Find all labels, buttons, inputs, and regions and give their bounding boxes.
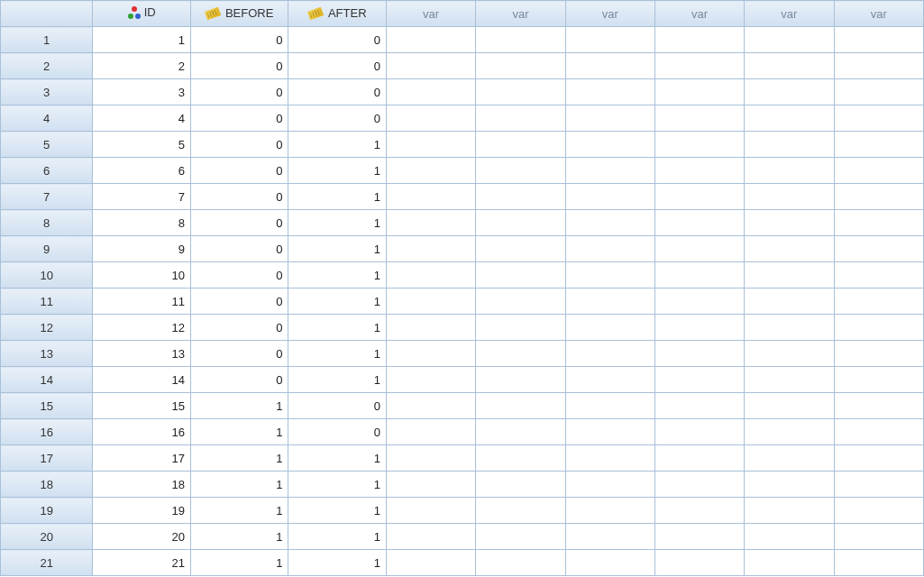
data-cell-empty[interactable] bbox=[654, 132, 744, 158]
data-cell-empty[interactable] bbox=[386, 132, 475, 158]
data-cell[interactable]: 1 bbox=[288, 367, 387, 393]
data-cell[interactable]: 11 bbox=[93, 288, 191, 315]
data-cell[interactable]: 0 bbox=[288, 105, 387, 132]
data-cell-empty[interactable] bbox=[565, 210, 654, 236]
column-header-before[interactable]: BEFORE bbox=[190, 1, 288, 27]
data-cell[interactable]: 17 bbox=[93, 445, 191, 472]
data-cell-empty[interactable] bbox=[745, 393, 834, 419]
column-header-id[interactable]: ID bbox=[93, 1, 191, 27]
data-cell-empty[interactable] bbox=[834, 27, 923, 53]
data-cell[interactable]: 1 bbox=[288, 262, 387, 288]
row-number-cell[interactable]: 18 bbox=[1, 472, 93, 498]
data-cell-empty[interactable] bbox=[834, 419, 923, 445]
row-number-cell[interactable]: 19 bbox=[1, 498, 93, 524]
row-number-cell[interactable]: 21 bbox=[1, 550, 93, 576]
data-cell-empty[interactable] bbox=[834, 262, 923, 288]
data-cell-empty[interactable] bbox=[476, 315, 565, 341]
corner-cell[interactable] bbox=[1, 1, 93, 27]
data-cell-empty[interactable] bbox=[386, 53, 475, 79]
data-cell[interactable]: 1 bbox=[288, 315, 387, 341]
data-cell[interactable]: 1 bbox=[190, 524, 288, 550]
data-cell-empty[interactable] bbox=[745, 79, 834, 105]
data-cell-empty[interactable] bbox=[834, 158, 923, 184]
data-cell-empty[interactable] bbox=[386, 419, 475, 445]
data-cell-empty[interactable] bbox=[386, 524, 475, 550]
row-number-cell[interactable]: 5 bbox=[1, 132, 93, 158]
column-header-empty[interactable]: var bbox=[834, 1, 923, 27]
data-cell-empty[interactable] bbox=[476, 53, 565, 79]
data-cell[interactable]: 1 bbox=[288, 550, 387, 576]
row-number-cell[interactable]: 10 bbox=[1, 262, 93, 288]
data-cell-empty[interactable] bbox=[386, 550, 475, 576]
data-cell-empty[interactable] bbox=[476, 288, 565, 315]
row-number-cell[interactable]: 4 bbox=[1, 105, 93, 132]
data-cell[interactable]: 1 bbox=[288, 288, 387, 315]
data-cell-empty[interactable] bbox=[565, 550, 654, 576]
data-cell[interactable]: 1 bbox=[288, 341, 387, 367]
data-cell-empty[interactable] bbox=[654, 419, 744, 445]
data-cell[interactable]: 14 bbox=[93, 367, 191, 393]
column-header-after[interactable]: AFTER bbox=[288, 1, 387, 27]
data-cell-empty[interactable] bbox=[386, 472, 475, 498]
data-cell-empty[interactable] bbox=[565, 393, 654, 419]
data-cell-empty[interactable] bbox=[565, 262, 654, 288]
data-cell[interactable]: 1 bbox=[288, 524, 387, 550]
data-cell[interactable]: 16 bbox=[93, 419, 191, 445]
data-cell[interactable]: 21 bbox=[93, 550, 191, 576]
data-cell-empty[interactable] bbox=[476, 27, 565, 53]
row-number-cell[interactable]: 17 bbox=[1, 445, 93, 472]
data-cell-empty[interactable] bbox=[476, 524, 565, 550]
row-number-cell[interactable]: 9 bbox=[1, 236, 93, 262]
data-cell-empty[interactable] bbox=[834, 367, 923, 393]
data-cell-empty[interactable] bbox=[654, 262, 744, 288]
data-cell-empty[interactable] bbox=[476, 105, 565, 132]
row-number-cell[interactable]: 12 bbox=[1, 315, 93, 341]
data-cell[interactable]: 0 bbox=[190, 236, 288, 262]
data-cell-empty[interactable] bbox=[386, 393, 475, 419]
data-cell-empty[interactable] bbox=[654, 367, 744, 393]
data-cell-empty[interactable] bbox=[834, 132, 923, 158]
data-cell-empty[interactable] bbox=[476, 262, 565, 288]
data-cell-empty[interactable] bbox=[745, 132, 834, 158]
column-header-empty[interactable]: var bbox=[565, 1, 654, 27]
data-cell-empty[interactable] bbox=[745, 524, 834, 550]
data-cell-empty[interactable] bbox=[654, 445, 744, 472]
data-cell-empty[interactable] bbox=[386, 341, 475, 367]
data-cell[interactable]: 19 bbox=[93, 498, 191, 524]
data-cell[interactable]: 1 bbox=[288, 184, 387, 210]
row-number-cell[interactable]: 20 bbox=[1, 524, 93, 550]
data-cell-empty[interactable] bbox=[476, 132, 565, 158]
data-cell[interactable]: 9 bbox=[93, 236, 191, 262]
data-cell-empty[interactable] bbox=[654, 210, 744, 236]
data-cell-empty[interactable] bbox=[654, 393, 744, 419]
data-cell-empty[interactable] bbox=[565, 445, 654, 472]
data-cell-empty[interactable] bbox=[654, 472, 744, 498]
column-header-empty[interactable]: var bbox=[745, 1, 834, 27]
data-cell-empty[interactable] bbox=[476, 393, 565, 419]
data-cell-empty[interactable] bbox=[834, 524, 923, 550]
data-cell-empty[interactable] bbox=[476, 445, 565, 472]
data-cell[interactable]: 7 bbox=[93, 184, 191, 210]
data-cell-empty[interactable] bbox=[565, 524, 654, 550]
data-cell-empty[interactable] bbox=[386, 367, 475, 393]
data-cell[interactable]: 1 bbox=[190, 393, 288, 419]
data-cell-empty[interactable] bbox=[565, 315, 654, 341]
data-cell-empty[interactable] bbox=[476, 184, 565, 210]
data-cell-empty[interactable] bbox=[476, 498, 565, 524]
data-cell-empty[interactable] bbox=[745, 498, 834, 524]
data-cell[interactable]: 1 bbox=[288, 236, 387, 262]
column-header-empty[interactable]: var bbox=[654, 1, 744, 27]
data-cell-empty[interactable] bbox=[745, 158, 834, 184]
data-cell[interactable]: 1 bbox=[190, 550, 288, 576]
data-cell-empty[interactable] bbox=[834, 210, 923, 236]
data-cell-empty[interactable] bbox=[476, 158, 565, 184]
data-cell-empty[interactable] bbox=[834, 288, 923, 315]
data-grid[interactable]: ID BEFORE AFTER var var var var var var … bbox=[0, 0, 924, 576]
data-cell[interactable]: 1 bbox=[288, 498, 387, 524]
data-cell[interactable]: 1 bbox=[288, 210, 387, 236]
data-cell-empty[interactable] bbox=[654, 498, 744, 524]
data-cell-empty[interactable] bbox=[654, 550, 744, 576]
data-cell-empty[interactable] bbox=[386, 498, 475, 524]
data-cell-empty[interactable] bbox=[386, 210, 475, 236]
data-cell[interactable]: 1 bbox=[190, 498, 288, 524]
